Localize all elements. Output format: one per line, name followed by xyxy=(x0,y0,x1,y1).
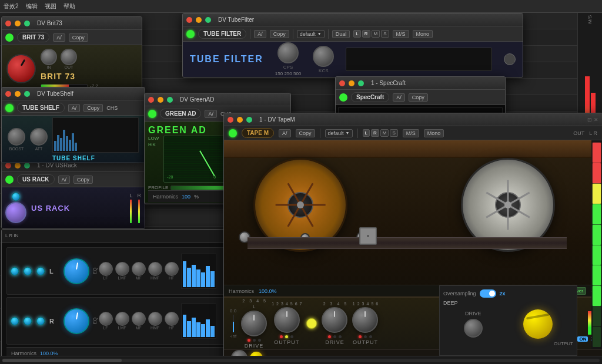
tube-shelf-close-btn[interactable] xyxy=(5,91,11,97)
rack-row-r-hf-knob[interactable] xyxy=(165,312,179,326)
rack-row-r-lmf-knob[interactable] xyxy=(115,312,129,326)
tube-shelf-att-knob[interactable] xyxy=(30,128,48,146)
rack-row-l-hmf-knob[interactable] xyxy=(148,262,162,276)
speccraft-min-btn[interactable] xyxy=(349,80,354,86)
green-ad-display-name: GREEN AD xyxy=(148,125,207,135)
tube-filter-r-btn[interactable]: R xyxy=(362,30,370,38)
tape-m-r-btn[interactable]: R xyxy=(371,129,379,137)
rack-row-l-lf-knob[interactable] xyxy=(99,262,113,276)
tape-output-l-knob[interactable] xyxy=(274,307,300,333)
us-rack-copy-btn[interactable]: Copy xyxy=(73,176,93,184)
tube-filter-max-btn[interactable] xyxy=(205,17,211,23)
brit73-power[interactable] xyxy=(5,33,14,42)
tube-filter-min-btn[interactable] xyxy=(196,17,202,23)
rack-row-r-lf-knob[interactable] xyxy=(99,312,113,326)
tape-drive-r-knob[interactable] xyxy=(322,307,347,333)
tube-filter-copy-btn[interactable]: Copy xyxy=(270,30,289,38)
brit73-min-btn[interactable] xyxy=(15,21,21,26)
rack-eq-l-bar-3 xyxy=(192,265,196,287)
scroll-strip[interactable] xyxy=(0,356,602,364)
tube-filter-preset-dropdown[interactable]: default xyxy=(297,30,325,38)
brit73-close-btn[interactable] xyxy=(5,21,11,26)
tube-shelf-bypass-btn[interactable]: A/ xyxy=(68,104,81,112)
tube-filter-close-btn[interactable] xyxy=(186,17,192,23)
us-rack-max-btn[interactable] xyxy=(24,163,30,168)
green-ad-power[interactable] xyxy=(148,110,156,118)
tube-filter-ms-btn[interactable]: M/S xyxy=(393,30,409,38)
rack-row-l-main-knob[interactable] xyxy=(63,258,89,284)
rack-row-r-power[interactable] xyxy=(11,317,19,325)
brit73-copy-btn[interactable]: Copy xyxy=(69,33,88,42)
tube-shelf-power[interactable] xyxy=(5,104,14,112)
tape-m-l-btn[interactable]: L xyxy=(363,129,370,137)
menu-item-edit[interactable]: 编辑 xyxy=(26,2,38,11)
brit73-input-knob[interactable] xyxy=(6,54,36,83)
speccraft-bypass-btn[interactable]: A/ xyxy=(393,93,405,102)
us-rack-min-btn[interactable] xyxy=(15,163,21,168)
tube-filter-kcs-knob[interactable] xyxy=(313,46,334,67)
speccraft-close-btn[interactable] xyxy=(339,80,345,86)
tape-m-max-btn[interactable] xyxy=(246,117,252,123)
brit73-max-btn[interactable] xyxy=(24,21,30,26)
tube-shelf-boost-knob[interactable] xyxy=(8,128,25,146)
us-rack-power[interactable] xyxy=(5,176,14,184)
tube-filter-mono-btn[interactable]: Mono xyxy=(413,30,433,38)
tube-filter-s-btn[interactable]: S xyxy=(381,30,389,38)
green-ad-close-btn[interactable] xyxy=(148,97,154,103)
tape-output-l-led-yellow xyxy=(285,335,288,338)
tube-shelf-copy-btn[interactable]: Copy xyxy=(83,104,103,112)
tape-m-ms-btn[interactable]: M/S xyxy=(403,129,419,137)
menu-item-file[interactable]: 音效2 xyxy=(4,2,19,11)
tape-m-power[interactable] xyxy=(229,129,237,137)
scroll-bar[interactable] xyxy=(2,359,600,362)
brit73-toolbar: BRIT 73 A/ Copy xyxy=(2,30,142,45)
tube-shelf-min-btn[interactable] xyxy=(15,91,21,97)
tube-filter-l-btn[interactable]: L xyxy=(353,30,360,38)
tube-shelf-max-btn[interactable] xyxy=(24,91,30,97)
tube-filter-cps-knob[interactable] xyxy=(277,42,299,63)
tape-m-preset-dropdown[interactable]: default xyxy=(325,129,353,137)
green-ad-bypass-btn[interactable]: A/ xyxy=(205,110,217,118)
brit73-knob-1[interactable] xyxy=(41,49,57,65)
tube-filter-cps-value: 150 250 500 xyxy=(275,71,302,76)
menu-item-help[interactable]: 帮助 xyxy=(63,2,75,11)
tape-drive-l-knob[interactable] xyxy=(241,311,267,336)
brit73-knob-2[interactable] xyxy=(61,49,77,65)
rack-row-r-mf-knob[interactable] xyxy=(132,312,146,326)
tube-filter-m-btn[interactable]: M xyxy=(372,30,380,38)
us-rack-bypass-btn[interactable]: A/ xyxy=(58,176,71,184)
green-ad-min-btn[interactable] xyxy=(158,97,163,103)
oversamp-toggle[interactable] xyxy=(480,289,496,298)
rack-row-l-power[interactable] xyxy=(11,267,19,275)
tape-m-m-btn[interactable]: M xyxy=(380,129,389,137)
tape-drive-r-led-2 xyxy=(339,335,342,338)
us-rack-main-knob[interactable] xyxy=(5,202,26,223)
brit73-bypass-btn[interactable]: A/ xyxy=(53,33,65,42)
tape-meter-seg-2 xyxy=(593,163,601,183)
tape-output-r-knob[interactable] xyxy=(352,307,378,333)
us-rack-eq-harmonics-value: 100.0% xyxy=(40,350,58,356)
rack-row-r-main-knob[interactable] xyxy=(63,308,89,334)
green-ad-max-btn[interactable] xyxy=(167,97,173,103)
tape-m-bypass-btn[interactable]: A/ xyxy=(279,129,291,137)
speccraft-max-btn[interactable] xyxy=(358,80,364,86)
tube-filter-dual-btn[interactable]: Dual xyxy=(332,30,350,38)
tube-filter-bypass-btn[interactable]: A/ xyxy=(254,30,266,38)
tape-m-close-btn[interactable] xyxy=(228,117,233,123)
speccraft-copy-btn[interactable]: Copy xyxy=(409,93,428,102)
rack-row-r-hmf-knob[interactable] xyxy=(148,312,162,326)
scroll-handle[interactable] xyxy=(2,359,122,362)
oversamp-drive-knob[interactable] xyxy=(464,319,483,338)
rack-row-l-mf-knob[interactable] xyxy=(132,262,146,276)
us-rack-close-btn[interactable] xyxy=(5,163,11,168)
rack-row-l-lmf-knob[interactable] xyxy=(115,262,129,276)
tape-m-mono-btn[interactable]: Mono xyxy=(424,129,444,137)
menu-item-view[interactable]: 视图 xyxy=(45,2,56,11)
rack-row-l-hf-knob[interactable] xyxy=(165,262,179,276)
tape-l-scale-4: 4 xyxy=(256,299,259,303)
tape-m-copy-btn[interactable]: Copy xyxy=(296,129,315,137)
tape-m-s-btn[interactable]: S xyxy=(390,129,397,137)
tube-filter-power[interactable] xyxy=(186,30,195,38)
speccraft-power[interactable] xyxy=(339,93,347,102)
tape-m-min-btn[interactable] xyxy=(237,117,243,123)
